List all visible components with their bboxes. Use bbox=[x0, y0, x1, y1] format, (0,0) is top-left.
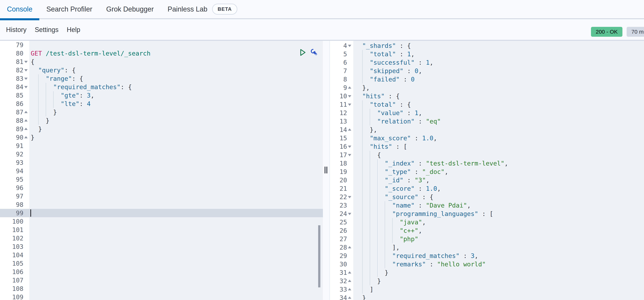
code-text[interactable]: "required_matches" : 3, bbox=[353, 252, 644, 260]
response-code-line[interactable]: 20 "_id" : "3", bbox=[330, 176, 644, 184]
code-text[interactable] bbox=[29, 209, 323, 217]
fold-toggle-icon[interactable] bbox=[24, 83, 29, 91]
code-text[interactable]: } bbox=[353, 277, 644, 285]
fold-toggle-icon[interactable] bbox=[347, 92, 353, 100]
code-text[interactable]: "max_score" : 1.0, bbox=[353, 134, 644, 142]
response-code-line[interactable]: 18 "_index" : "test-dsl-term-level", bbox=[330, 159, 644, 168]
code-text[interactable]: } bbox=[353, 268, 644, 277]
code-text[interactable] bbox=[29, 293, 323, 300]
code-text[interactable]: }, bbox=[353, 83, 644, 92]
request-code-line[interactable]: 109 bbox=[0, 293, 323, 300]
request-code-line[interactable]: 88 } bbox=[0, 116, 323, 125]
fold-toggle-icon[interactable] bbox=[347, 243, 353, 252]
response-code-line[interactable]: 5 "total" : 1, bbox=[330, 50, 644, 58]
code-text[interactable]: ] bbox=[353, 285, 644, 294]
response-code-line[interactable]: 32 } bbox=[330, 277, 644, 285]
request-code-line[interactable]: 80GET /test-dsl-term-level/_search bbox=[0, 49, 323, 57]
code-text[interactable]: } bbox=[29, 133, 323, 142]
code-text[interactable]: "query": { bbox=[29, 66, 323, 74]
request-code-line[interactable]: 106 bbox=[0, 268, 323, 276]
code-text[interactable] bbox=[29, 175, 323, 184]
request-code-line[interactable]: 99 bbox=[0, 209, 323, 217]
response-code-line[interactable]: 28 ], bbox=[330, 243, 644, 252]
request-code-line[interactable]: 100 bbox=[0, 217, 323, 226]
code-text[interactable]: "_id" : "3", bbox=[353, 176, 644, 184]
fold-toggle-icon[interactable] bbox=[347, 41, 353, 50]
response-code-line[interactable]: 11 "total" : { bbox=[330, 100, 644, 109]
response-code-line[interactable]: 25 "java", bbox=[330, 218, 644, 226]
request-code-line[interactable]: 85 "gte": 3, bbox=[0, 91, 323, 100]
code-text[interactable]: "value" : 1, bbox=[353, 109, 644, 117]
code-text[interactable] bbox=[29, 150, 323, 158]
code-text[interactable]: } bbox=[29, 125, 323, 133]
tab-grok-debugger[interactable]: Grok Debugger bbox=[99, 0, 161, 18]
response-code-line[interactable]: 34 } bbox=[330, 294, 644, 300]
menu-settings[interactable]: Settings bbox=[35, 26, 58, 34]
response-code-line[interactable]: 23 "name" : "Dave Pdai", bbox=[330, 201, 644, 210]
fold-toggle-icon[interactable] bbox=[24, 108, 29, 116]
request-code-line[interactable]: 87 } bbox=[0, 108, 323, 116]
code-text[interactable]: "hits" : [ bbox=[353, 142, 644, 151]
menu-history[interactable]: History bbox=[6, 26, 26, 34]
code-text[interactable]: "relation" : "eq" bbox=[353, 117, 644, 125]
code-text[interactable]: } bbox=[353, 294, 644, 300]
code-text[interactable] bbox=[29, 276, 323, 285]
request-code-line[interactable]: 81{ bbox=[0, 57, 323, 66]
code-text[interactable]: }, bbox=[353, 125, 644, 134]
response-code-line[interactable]: 6 "successful" : 1, bbox=[330, 58, 644, 67]
drag-handle-icon[interactable] bbox=[324, 167, 327, 173]
code-text[interactable]: "lte": 4 bbox=[29, 100, 323, 108]
response-viewer[interactable]: 4 "_shards" : {5 "total" : 1,6 "successf… bbox=[330, 41, 644, 300]
code-text[interactable]: { bbox=[353, 151, 644, 159]
response-code-line[interactable]: 30 "remarks" : "hello world" bbox=[330, 260, 644, 268]
code-text[interactable] bbox=[29, 243, 323, 251]
code-text[interactable]: { bbox=[29, 57, 323, 66]
tab-search-profiler[interactable]: Search Profiler bbox=[39, 0, 99, 18]
response-code-line[interactable]: 12 "value" : 1, bbox=[330, 109, 644, 117]
response-code-line[interactable]: 17 { bbox=[330, 151, 644, 159]
code-text[interactable]: "failed" : 0 bbox=[353, 75, 644, 83]
code-text[interactable] bbox=[29, 41, 323, 49]
code-text[interactable]: } bbox=[29, 116, 323, 125]
fold-toggle-icon[interactable] bbox=[347, 294, 353, 300]
request-code-line[interactable]: 82 "query": { bbox=[0, 66, 323, 74]
request-code-line[interactable]: 79 bbox=[0, 41, 323, 49]
code-text[interactable]: "total" : { bbox=[353, 100, 644, 109]
request-code-line[interactable]: 105 bbox=[0, 259, 323, 268]
response-code-line[interactable]: 7 "skipped" : 0, bbox=[330, 67, 644, 75]
code-text[interactable]: "_index" : "test-dsl-term-level", bbox=[353, 159, 644, 168]
request-code-line[interactable]: 108 bbox=[0, 285, 323, 293]
code-text[interactable]: "total" : 1, bbox=[353, 50, 644, 58]
request-code-line[interactable]: 107 bbox=[0, 276, 323, 285]
fold-toggle-icon[interactable] bbox=[347, 100, 353, 109]
request-code-line[interactable]: 98 bbox=[0, 200, 323, 209]
response-code-line[interactable]: 15 "max_score" : 1.0, bbox=[330, 134, 644, 142]
code-text[interactable]: "range": { bbox=[29, 74, 323, 83]
fold-toggle-icon[interactable] bbox=[347, 210, 353, 218]
request-editor[interactable]: 7980GET /test-dsl-term-level/_search81{8… bbox=[0, 41, 323, 300]
fold-toggle-icon[interactable] bbox=[347, 277, 353, 285]
fold-toggle-icon[interactable] bbox=[347, 268, 353, 277]
fold-toggle-icon[interactable] bbox=[24, 116, 29, 125]
fold-toggle-icon[interactable] bbox=[347, 125, 353, 134]
code-text[interactable]: "_source" : { bbox=[353, 193, 644, 201]
code-text[interactable]: "c++", bbox=[353, 226, 644, 235]
tab-console[interactable]: Console bbox=[0, 0, 39, 18]
code-text[interactable] bbox=[29, 158, 323, 167]
panel-splitter[interactable] bbox=[323, 41, 330, 300]
code-text[interactable]: "gte": 3, bbox=[29, 91, 323, 100]
code-text[interactable]: "_type" : "_doc", bbox=[353, 168, 644, 176]
request-code-line[interactable]: 97 bbox=[0, 192, 323, 200]
code-text[interactable]: "_score" : 1.0, bbox=[353, 184, 644, 193]
code-text[interactable] bbox=[29, 268, 323, 276]
request-code-line[interactable]: 83 "range": { bbox=[0, 74, 323, 83]
request-editor-scrollbar-thumb[interactable] bbox=[318, 225, 320, 288]
response-code-line[interactable]: 31 } bbox=[330, 268, 644, 277]
response-code-line[interactable]: 16 "hits" : [ bbox=[330, 142, 644, 151]
response-code-line[interactable]: 4 "_shards" : { bbox=[330, 41, 644, 50]
code-text[interactable]: "_shards" : { bbox=[353, 41, 644, 50]
code-text[interactable]: "remarks" : "hello world" bbox=[353, 260, 644, 268]
code-text[interactable]: } bbox=[29, 108, 323, 116]
response-code-line[interactable]: 19 "_type" : "_doc", bbox=[330, 168, 644, 176]
request-code-line[interactable]: 91 bbox=[0, 142, 323, 150]
